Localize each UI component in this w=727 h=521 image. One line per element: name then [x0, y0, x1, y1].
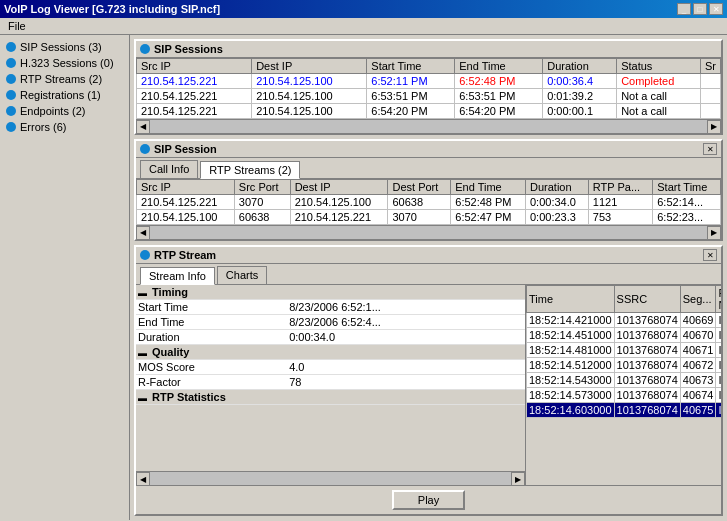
ss-row2-dest-port: 3070 [388, 210, 451, 225]
sip-row2-duration: 0:01:39.2 [543, 89, 617, 104]
quality-expand[interactable]: ▬ [138, 348, 147, 358]
timing-section: ▬ Timing [136, 285, 525, 300]
sip-row3-sr [701, 104, 721, 119]
tab-charts[interactable]: Charts [217, 266, 267, 284]
tab-call-info[interactable]: Call Info [140, 160, 198, 178]
ss-row2-rtp: 753 [588, 210, 652, 225]
col-payload-name[interactable]: Payload Name [716, 286, 721, 313]
rtp-cell-seg: 40670 [680, 328, 716, 343]
sip-session-header-row: Src IP Src Port Dest IP Dest Port End Ti… [137, 180, 721, 195]
sip-session-panel: SIP Session ✕ Call Info RTP Streams (2) … [134, 139, 723, 241]
timing-expand[interactable]: ▬ [138, 288, 147, 298]
rtp-cell-time: 18:52:14.481000 [527, 343, 615, 358]
ss-col-duration[interactable]: Duration [525, 180, 588, 195]
sidebar-item-rtp-streams[interactable]: RTP Streams (2) [0, 71, 129, 87]
sidebar-item-endpoints[interactable]: Endpoints (2) [0, 103, 129, 119]
rtp-cell-seg: 40669 [680, 313, 716, 328]
rtp-cell-seg: 40673 [680, 373, 716, 388]
col-end-time[interactable]: End Time [455, 59, 543, 74]
ss-col-start-time[interactable]: Start Time [653, 180, 721, 195]
col-duration[interactable]: Duration [543, 59, 617, 74]
col-ssrc[interactable]: SSRC [614, 286, 680, 313]
col-src-ip[interactable]: Src IP [137, 59, 252, 74]
play-button[interactable]: Play [392, 490, 465, 510]
ss-row-2[interactable]: 210.54.125.100 60638 210.54.125.221 3070… [137, 210, 721, 225]
ss-col-rtp-pa[interactable]: RTP Pa... [588, 180, 652, 195]
sip-scroll-track[interactable] [150, 120, 707, 133]
menu-bar: File [0, 18, 727, 35]
rfactor-val: 78 [287, 375, 525, 390]
ss-row2-dest-ip: 210.54.125.221 [290, 210, 388, 225]
rtp-tree-scroll[interactable]: ▬ Timing Start Time 8/23/2006 6:52:1... [136, 285, 525, 471]
ss-scroll-track[interactable] [150, 226, 707, 239]
rtp-packet-row[interactable]: 18:52:14.481000101376807440671ITU-T G.72… [527, 343, 722, 358]
ss-scroll-left[interactable]: ◀ [136, 226, 150, 240]
col-dest-ip[interactable]: Dest IP [252, 59, 367, 74]
sip-sessions-header: SIP Sessions [136, 41, 721, 58]
rtp-packet-row[interactable]: 18:52:14.603000101376807440675ITU-T G.72… [527, 403, 722, 418]
tab-rtp-streams[interactable]: RTP Streams (2) [200, 161, 300, 179]
close-button[interactable]: ✕ [709, 3, 723, 15]
sip-scroll-right[interactable]: ▶ [707, 120, 721, 134]
timing-label: ▬ Timing [136, 285, 525, 300]
sip-sessions-hscrollbar[interactable]: ◀ ▶ [136, 119, 721, 133]
ss-col-dest-port[interactable]: Dest Port [388, 180, 451, 195]
minimize-button[interactable]: _ [677, 3, 691, 15]
rtp-stream-close[interactable]: ✕ [703, 249, 717, 261]
rtp-packet-table: Time SSRC Seg... Payload Name P 18:52:14… [526, 285, 721, 418]
sip-row2-end: 6:53:51 PM [455, 89, 543, 104]
rtp-packet-row[interactable]: 18:52:14.543000101376807440673ITU-T G.72… [527, 373, 722, 388]
sidebar-item-h323-sessions[interactable]: H.323 Sessions (0) [0, 55, 129, 71]
ss-col-src-ip[interactable]: Src IP [137, 180, 235, 195]
file-menu[interactable]: File [4, 19, 30, 33]
ss-row2-src-ip: 210.54.125.100 [137, 210, 235, 225]
ss-row-1[interactable]: 210.54.125.221 3070 210.54.125.100 60638… [137, 195, 721, 210]
col-sr[interactable]: Sr [701, 59, 721, 74]
rtp-packet-scroll[interactable]: Time SSRC Seg... Payload Name P 18:52:14… [526, 285, 721, 485]
col-status[interactable]: Status [617, 59, 701, 74]
sidebar-item-registrations[interactable]: Registrations (1) [0, 87, 129, 103]
rtp-cell-ssrc: 1013768074 [614, 373, 680, 388]
col-seg[interactable]: Seg... [680, 286, 716, 313]
sip-session-title: SIP Session [154, 143, 703, 155]
maximize-button[interactable]: □ [693, 3, 707, 15]
end-time-val: 8/23/2006 6:52:4... [287, 315, 525, 330]
sip-row1-duration: 0:00:36.4 [543, 74, 617, 89]
sidebar-item-sip-sessions[interactable]: SIP Sessions (3) [0, 39, 129, 55]
sip-row-1[interactable]: 210.54.125.221 210.54.125.100 6:52:11 PM… [137, 74, 721, 89]
sip-sessions-title: SIP Sessions [154, 43, 717, 55]
ss-col-src-port[interactable]: Src Port [234, 180, 290, 195]
rtp-stream-panel: RTP Stream ✕ Stream Info Charts ▬ [134, 245, 723, 516]
ss-col-dest-ip[interactable]: Dest IP [290, 180, 388, 195]
rtp-packet-row[interactable]: 18:52:14.512000101376807440672ITU-T G.72… [527, 358, 722, 373]
sidebar-item-errors[interactable]: Errors (6) [0, 119, 129, 135]
rtp-stats-expand[interactable]: ▬ [138, 393, 147, 403]
rtp-packet-row[interactable]: 18:52:14.573000101376807440674ITU-T G.72… [527, 388, 722, 403]
col-start-time[interactable]: Start Time [367, 59, 455, 74]
ss-row1-dest-port: 60638 [388, 195, 451, 210]
rtp-left-hscroll[interactable]: ◀ ▶ [136, 471, 525, 485]
sip-session-tabs: Call Info RTP Streams (2) [136, 158, 721, 179]
sip-scroll-left[interactable]: ◀ [136, 120, 150, 134]
rtp-packet-row[interactable]: 18:52:14.451000101376807440670ITU-T G.72… [527, 328, 722, 343]
sip-session-table-container: Src IP Src Port Dest IP Dest Port End Ti… [136, 179, 721, 225]
ss-row2-src-port: 60638 [234, 210, 290, 225]
sip-session-close[interactable]: ✕ [703, 143, 717, 155]
rtp-left-scroll-right[interactable]: ▶ [511, 472, 525, 485]
col-time[interactable]: Time [527, 286, 615, 313]
ss-scroll-right[interactable]: ▶ [707, 226, 721, 240]
rtp-cell-ssrc: 1013768074 [614, 328, 680, 343]
rtp-left-scroll-track[interactable] [150, 472, 511, 485]
ss-row1-end: 6:52:48 PM [451, 195, 526, 210]
tab-stream-info[interactable]: Stream Info [140, 267, 215, 285]
sip-row3-src: 210.54.125.221 [137, 104, 252, 119]
sip-row1-start: 6:52:11 PM [367, 74, 455, 89]
sip-sessions-dot [6, 42, 16, 52]
rtp-packet-row[interactable]: 18:52:14.421000101376807440669ITU-T G.72… [527, 313, 722, 328]
sip-row-2[interactable]: 210.54.125.221 210.54.125.100 6:53:51 PM… [137, 89, 721, 104]
rtp-left-scroll-left[interactable]: ◀ [136, 472, 150, 485]
ss-hscrollbar[interactable]: ◀ ▶ [136, 225, 721, 239]
sip-row-3[interactable]: 210.54.125.221 210.54.125.100 6:54:20 PM… [137, 104, 721, 119]
rtp-cell-payload: ITU-T G.723 [716, 373, 721, 388]
ss-col-end-time[interactable]: End Time [451, 180, 526, 195]
